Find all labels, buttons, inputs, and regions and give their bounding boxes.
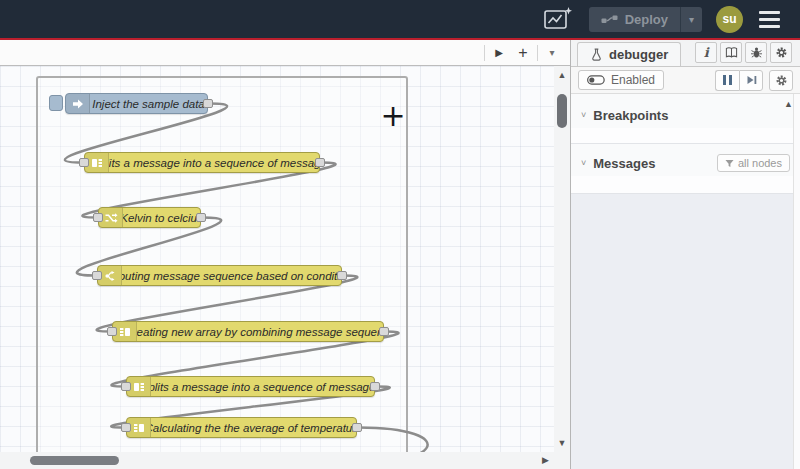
deploy-button[interactable]: Deploy xyxy=(589,7,680,32)
debugger-panel: ▲ ˅ Breakpoints ˅ Messages all nodes xyxy=(571,94,800,469)
message-filter-button[interactable]: all nodes xyxy=(717,154,790,172)
add-flow-button[interactable]: + xyxy=(511,42,535,64)
breakpoints-label: Breakpoints xyxy=(593,108,668,123)
input-port[interactable] xyxy=(93,213,103,222)
tab-info[interactable]: i xyxy=(695,42,717,63)
debugger-toolbar: Enabled xyxy=(571,67,800,94)
tab-debug-messages[interactable] xyxy=(745,42,767,63)
user-avatar[interactable]: su xyxy=(716,6,743,33)
tabbar-separator xyxy=(484,45,485,61)
tab-debugger-label: debugger xyxy=(609,47,668,62)
debugger-settings-button[interactable] xyxy=(769,70,793,91)
sidebar-scroll-track[interactable] xyxy=(793,94,800,469)
flow-node-split[interactable]: Splits a message into a sequence of mess… xyxy=(84,152,320,173)
output-port[interactable] xyxy=(337,271,347,280)
enabled-label: Enabled xyxy=(611,73,655,87)
tab-help[interactable] xyxy=(720,42,742,63)
messages-label: Messages xyxy=(593,156,655,171)
chevron-down-icon: ˅ xyxy=(581,110,586,120)
breakpoints-section-header[interactable]: ˅ Breakpoints xyxy=(571,102,800,128)
flow-node-switch[interactable]: Routing message sequence based on condit… xyxy=(97,265,342,286)
tabbar-separator xyxy=(537,45,538,61)
flow-node-split[interactable]: Splits a message into a sequence of mess… xyxy=(126,376,375,397)
node-label: Routing message sequence based on condit… xyxy=(122,266,341,285)
flask-icon xyxy=(590,48,603,61)
debugger-step-controls xyxy=(715,70,763,91)
flow-node-join[interactable]: Creating new array by combining message … xyxy=(112,321,384,342)
messages-list-empty xyxy=(571,176,800,194)
avatar-initials: su xyxy=(722,12,736,26)
gear-icon xyxy=(775,46,788,59)
toggle-icon xyxy=(587,75,605,85)
step-button[interactable] xyxy=(739,70,763,91)
node-label: Splits a message into a sequence of mess… xyxy=(151,377,374,396)
sidebar: debugger i xyxy=(570,40,800,469)
workspace: ▶ + ▾ Inject the sample dataSplits a mes… xyxy=(0,40,570,469)
scroll-right-icon[interactable]: ▶ xyxy=(542,455,549,465)
flow-node-change[interactable]: Kelvin to celcius xyxy=(98,207,201,228)
sidebar-tabs-caret-icon[interactable]: ▾ xyxy=(795,47,800,58)
canvas-horizontal-scrollbar[interactable]: ▶ xyxy=(0,452,554,469)
scrollbar-corner xyxy=(554,452,570,469)
messages-panel-body xyxy=(571,194,800,469)
scroll-down-icon[interactable]: ▼ xyxy=(554,438,570,448)
filter-label: all nodes xyxy=(738,157,782,169)
info-icon: i xyxy=(704,45,709,60)
caret-down-icon: ▾ xyxy=(689,14,694,25)
output-port[interactable] xyxy=(203,99,213,108)
sidebar-tab-bar: debugger i xyxy=(571,40,800,67)
book-icon xyxy=(725,46,738,59)
horizontal-scroll-thumb[interactable] xyxy=(30,456,119,465)
flow-list-caret-icon[interactable]: ▾ xyxy=(540,42,564,64)
flow-node-inject[interactable]: Inject the sample data xyxy=(65,93,208,114)
pause-button[interactable] xyxy=(715,70,739,91)
node-label: Kelvin to celcius xyxy=(123,208,200,227)
debugger-enabled-toggle[interactable]: Enabled xyxy=(578,70,664,90)
inject-trigger-button[interactable] xyxy=(49,95,63,111)
main-menu-hamburger-icon[interactable] xyxy=(757,7,782,32)
deploy-options-caret[interactable]: ▾ xyxy=(680,7,702,32)
messages-section-header[interactable]: ˅ Messages all nodes xyxy=(571,150,800,176)
header-bar: Deploy ▾ su xyxy=(0,0,800,38)
flow-chart-sparkle-icon[interactable] xyxy=(541,5,575,33)
output-port[interactable] xyxy=(315,158,325,167)
tab-debugger[interactable]: debugger xyxy=(577,42,681,66)
input-port[interactable] xyxy=(107,327,117,336)
funnel-filter-icon xyxy=(725,159,734,168)
node-label: Splits a message into a sequence of mess… xyxy=(109,153,319,172)
breakpoints-list-empty xyxy=(571,128,800,144)
tab-config-nodes[interactable] xyxy=(770,42,792,63)
input-port[interactable] xyxy=(121,382,131,391)
canvas-vertical-scrollbar[interactable]: ▲ ▼ xyxy=(554,66,570,452)
input-port[interactable] xyxy=(79,158,89,167)
input-port[interactable] xyxy=(92,271,102,280)
output-port[interactable] xyxy=(196,213,206,222)
scroll-up-icon[interactable]: ▲ xyxy=(554,70,570,80)
output-port[interactable] xyxy=(379,327,389,336)
node-label: Inject the sample data xyxy=(90,94,207,113)
deploy-label: Deploy xyxy=(625,12,668,27)
pause-icon xyxy=(723,75,732,85)
step-next-icon xyxy=(745,74,758,86)
panel-scroll-up-icon[interactable]: ▲ xyxy=(784,99,793,109)
vertical-scroll-thumb[interactable] xyxy=(557,94,567,128)
flow-tab-bar: ▶ + ▾ xyxy=(0,40,570,66)
sidebar-mini-tabs: i xyxy=(695,42,800,66)
bug-icon xyxy=(750,46,763,59)
inject-arrow-icon xyxy=(66,94,90,113)
flow-canvas[interactable]: Inject the sample dataSplits a message i… xyxy=(0,66,554,452)
node-label: Calculating the the average of temperatu… xyxy=(151,418,356,437)
deploy-nodes-icon xyxy=(601,14,618,25)
chevron-down-icon: ˅ xyxy=(581,158,586,168)
output-port[interactable] xyxy=(370,382,380,391)
output-port[interactable] xyxy=(352,423,362,432)
node-label: Creating new array by combining message … xyxy=(137,322,383,341)
input-port[interactable] xyxy=(121,423,131,432)
gear-icon xyxy=(775,74,788,87)
deploy-button-group: Deploy ▾ xyxy=(589,7,702,32)
scroll-tabs-right-icon[interactable]: ▶ xyxy=(487,42,511,64)
flow-node-join[interactable]: Calculating the the average of temperatu… xyxy=(126,417,357,438)
